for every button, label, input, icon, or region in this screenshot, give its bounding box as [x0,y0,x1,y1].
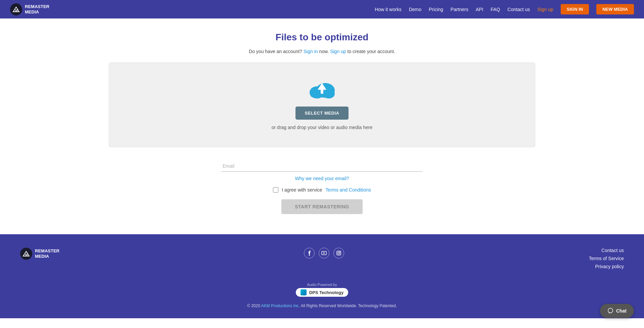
start-remastering-button[interactable]: START REMASTERING [281,199,362,214]
footer-contact-us[interactable]: Contact us [601,248,624,253]
terms-row: I agree with service Terms and Condition… [273,187,371,193]
footer-logo-icon: M [20,248,32,260]
sign-up-link[interactable]: Sign up [330,49,346,54]
nav-how-it-works[interactable]: How it works [375,7,401,12]
dps-icon [301,289,307,295]
nav-demo[interactable]: Demo [409,7,421,12]
footer-terms-of-service[interactable]: Terms of Service [589,256,624,261]
dps-text: DPS Technology [309,290,343,295]
nav-pricing[interactable]: Pricing [429,7,443,12]
email-input-wrap [221,161,423,172]
page-title: Files to be optimized [276,32,369,43]
sign-in-button[interactable]: SIGN IN [561,4,589,14]
svg-point-14 [340,252,340,252]
svg-point-13 [338,252,340,254]
upload-box[interactable]: SELECT MEDIA or drag and drop your video… [109,63,535,147]
chat-button[interactable]: Chat [600,304,634,318]
nav-api[interactable]: API [476,7,484,12]
terms-pre-text: I agree with service [282,187,322,193]
logo-icon: M [10,3,22,15]
chat-label: Chat [616,308,627,314]
account-pre-text: Do you have an account? [249,49,302,54]
nav-partners[interactable]: Partners [451,7,468,12]
account-line: Do you have an account? Sign in now. Sig… [249,49,395,54]
sign-in-link[interactable]: Sign in [304,49,318,54]
main-content: Files to be optimized Do you have an acc… [0,18,644,234]
svg-text:M: M [15,9,18,12]
company-link[interactable]: AKM Productions Inc. [261,303,300,308]
svg-rect-7 [321,89,323,94]
footer-powered: Audio Powered by DPS Technology [20,283,624,297]
footer-top: M REMASTER MEDIA [20,248,624,269]
account-mid-text: now. [319,49,329,54]
footer-links: Contact us Terms of Service Privacy poli… [589,248,624,269]
terms-checkbox[interactable] [273,187,278,193]
svg-point-15 [608,308,613,313]
header: M REMASTER MEDIA How it works Demo Prici… [0,0,644,18]
facebook-icon[interactable] [304,248,315,258]
drag-drop-text: or drag and drop your video or audio med… [272,125,372,130]
select-media-button[interactable]: SELECT MEDIA [295,107,349,120]
account-post-text: to create your account. [348,49,395,54]
footer-privacy-policy[interactable]: Privacy policy [595,264,624,269]
youtube-icon[interactable] [319,248,329,258]
new-media-button[interactable]: NEW MEDIA [596,4,634,14]
nav-faq[interactable]: FAQ [491,7,500,12]
nav-contact-us[interactable]: Contact us [507,7,530,12]
instagram-icon[interactable] [333,248,344,258]
logo[interactable]: M REMASTER MEDIA [10,3,49,15]
footer-copyright: © 2020 AKM Productions Inc. All Rights R… [20,303,624,308]
footer-logo[interactable]: M REMASTER MEDIA [20,248,59,260]
why-email-link[interactable]: Why we need your email? [295,176,349,181]
form-section: Why we need your email? I agree with ser… [221,161,423,214]
logo-text: REMASTER MEDIA [25,4,49,14]
nav-sign-up[interactable]: Sign up [537,7,553,12]
footer-social [304,248,344,258]
terms-link[interactable]: Terms and Conditions [326,187,371,193]
nav: How it works Demo Pricing Partners API F… [375,4,634,14]
dps-badge[interactable]: DPS Technology [296,288,348,297]
footer-logo-text: REMASTER MEDIA [35,248,59,259]
powered-by-text: Audio Powered by [307,283,337,287]
svg-marker-11 [323,252,325,254]
email-field[interactable] [221,161,423,172]
chat-bubble-icon [607,308,613,314]
svg-text:M: M [25,253,28,256]
footer: M REMASTER MEDIA [0,234,644,318]
upload-cloud-icon [309,80,335,100]
